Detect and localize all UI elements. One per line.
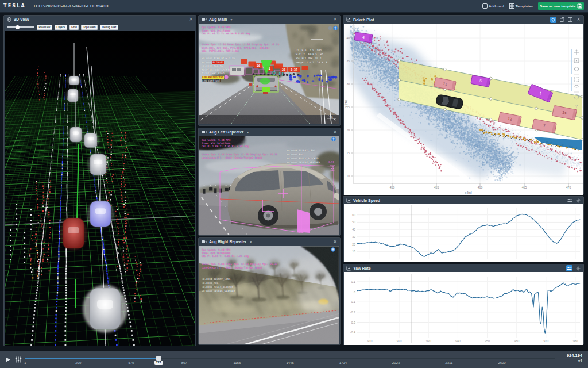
zoom-slider[interactable] [7, 26, 34, 28]
gear-icon[interactable] [576, 266, 581, 271]
view3d-button-top-down[interactable]: Top Down [81, 25, 98, 30]
fps-text: Video fps: 9.81 Draw fps: 12.53 Display … [202, 263, 277, 269]
aug-right-video[interactable]: Ego Speed: 9.44 MPHTime: 924.191985000CA… [199, 246, 339, 344]
svg-text:465: 465 [522, 186, 527, 189]
telemetry-text: Ego Speed: 9.44 MPHTime: 924.192027000CA… [202, 139, 249, 148]
panel-aug-left: Aug Left Repeater ▼ ✕ Ego Speed: 9.44 MP… [198, 128, 341, 236]
svg-text:40: 40 [352, 228, 355, 231]
fps-text: Video fps: 3.32 Draw fps: 12.55 Display … [202, 153, 277, 159]
svg-text:15: 15 [346, 151, 350, 155]
top-bar: TESLA TCLP-2020-01-07-17-34-31-EDE6943D … [0, 0, 588, 13]
svg-text:940: 940 [455, 339, 461, 343]
panel-3d-header: 3D View ✕ [4, 16, 196, 23]
3d-canvas[interactable] [5, 31, 195, 346]
svg-text:930: 930 [426, 339, 431, 343]
svg-text:470: 470 [566, 186, 571, 189]
camera-icon [202, 240, 207, 244]
chevron-down-icon[interactable]: ▼ [230, 18, 233, 21]
recording-title: TCLP-2020-01-07-17-34-31-EDE6943D [33, 4, 109, 8]
aug-left-video[interactable]: Ego Speed: 9.44 MPHTime: 924.192027000CA… [199, 136, 339, 235]
tesla-logo: TESLA [3, 3, 26, 9]
save-template-button[interactable]: Save as new template [538, 2, 584, 10]
close-icon[interactable]: ✕ [577, 17, 581, 22]
close-icon[interactable]: ✕ [333, 130, 337, 135]
svg-text:980: 980 [573, 339, 578, 343]
panel-yaw-header: Yaw Rate [343, 264, 583, 272]
yaw-chart-area[interactable]: 0.10-0.1-0.2-0.3-0.491092093094095096097… [344, 272, 583, 345]
popout-icon[interactable] [560, 17, 564, 22]
chevron-down-icon[interactable]: ▼ [246, 131, 249, 134]
add-card-icon [482, 3, 488, 9]
svg-text:?: ? [575, 104, 578, 108]
panel-aug-right-title: Aug Right Repeater [209, 240, 246, 244]
timeline-track[interactable] [25, 358, 555, 359]
camera-icon [202, 17, 207, 21]
frames-icon[interactable] [15, 356, 22, 363]
svg-text:0.1: 0.1 [351, 280, 355, 283]
panel-bokeh-header: Bokeh Plot ✕ [343, 16, 583, 24]
timeline-label: 1445 [286, 361, 293, 365]
bokeh-plot-area[interactable]: 111272445145045546046547040353025201510x… [344, 24, 583, 195]
view3d-button-pred-dev[interactable]: Pred/Dev [37, 25, 52, 30]
columns-icon[interactable] [568, 17, 572, 22]
svg-text:x [m]: x [m] [465, 191, 472, 194]
gear-icon[interactable] [576, 198, 581, 203]
view3d-button-debug-text[interactable]: Debug Text [100, 25, 118, 30]
svg-text:950: 950 [485, 339, 490, 343]
panel-aug-left-header: Aug Left Repeater ▼ ✕ [199, 128, 340, 136]
svg-text:35: 35 [346, 59, 350, 63]
svg-text:460: 460 [478, 186, 483, 189]
timeline-current-badge: 727 [154, 361, 163, 365]
svg-text:30: 30 [352, 235, 355, 239]
svg-text:20: 20 [352, 243, 355, 246]
app-root: TESLA TCLP-2020-01-07-17-34-31-EDE6943D … [0, 0, 588, 368]
svg-text:50: 50 [352, 220, 355, 224]
play-button[interactable] [5, 356, 11, 363]
fps-text: Video fps: 12.51 Draw fps: 12.54 Display… [202, 43, 279, 53]
svg-text:0: 0 [354, 290, 355, 294]
panel-bokeh-plot: Bokeh Plot ✕ 111272445145045546046547040… [343, 15, 584, 195]
save-template-label: Save as new template [540, 5, 575, 8]
panel-aug-main: Aug Main ▼ ✕ 2641233+37 Ego Speed: 9.44 … [198, 15, 341, 126]
templates-button[interactable]: Templates [509, 2, 533, 11]
panel-aug-main-header: Aug Main ▼ ✕ [199, 16, 340, 23]
add-card-button[interactable]: Add card [482, 2, 504, 11]
templates-label: Templates [516, 4, 533, 8]
close-icon[interactable]: ✕ [189, 17, 193, 22]
view3d-button-layers[interactable]: Layers [55, 25, 67, 30]
panel-speed-title: Vehicle Speed [353, 198, 380, 202]
yaw-line-chart: 0.10-0.1-0.2-0.3-0.491092093094095096097… [344, 272, 583, 345]
sliders-icon[interactable] [566, 265, 572, 271]
sliders-icon[interactable] [567, 198, 572, 203]
topbar-separator [29, 3, 29, 10]
svg-text:-0.1: -0.1 [350, 300, 355, 304]
flag-list: +0.0000 #VEH_HIGH SLOW+0.000 BLINDED+0.0… [202, 57, 235, 83]
templates-icon [509, 3, 514, 9]
speed-chart-area[interactable]: 605040302010 [344, 204, 583, 262]
svg-text:20: 20 [346, 128, 350, 132]
bokeh-scatter-canvas: 111272445145045546046547040353025201510x… [344, 24, 583, 195]
add-card-label: Add card [489, 4, 504, 8]
3d-toolbar: Pred/DevLayersGridTop DownDebug Text [4, 23, 196, 31]
svg-text:910: 910 [368, 339, 373, 343]
line-chart-icon [346, 198, 351, 203]
aug-right-scene [199, 246, 339, 344]
timeline-label: 867 [181, 361, 187, 365]
panel-aug-right-header: Aug Right Repeater ▼ ✕ [199, 238, 340, 246]
close-icon[interactable]: ✕ [333, 240, 337, 244]
refresh-icon[interactable] [550, 17, 556, 23]
timeline-progress [25, 358, 158, 359]
timeline-bar: 1290579867115614451734202323112600 727 9… [0, 351, 588, 368]
panel-3d-title: 3D View [14, 17, 29, 21]
panel-bokeh-title: Bokeh Plot [353, 18, 374, 22]
view3d-button-grid[interactable]: Grid [69, 25, 79, 30]
aug-main-video[interactable]: 2641233+37 Ego Speed: 9.44 MPHTime: 924.… [199, 24, 339, 124]
line-chart-icon [346, 266, 351, 271]
svg-text:y [m]: y [m] [344, 100, 347, 107]
chevron-down-icon[interactable]: ▼ [249, 240, 252, 244]
speed-line-chart: 605040302010 [344, 204, 583, 262]
timeline-label: 2600 [498, 361, 505, 365]
cube-3d-icon [7, 17, 11, 22]
close-icon[interactable]: ✕ [333, 17, 337, 22]
zoom-slider-knob[interactable] [16, 25, 20, 29]
